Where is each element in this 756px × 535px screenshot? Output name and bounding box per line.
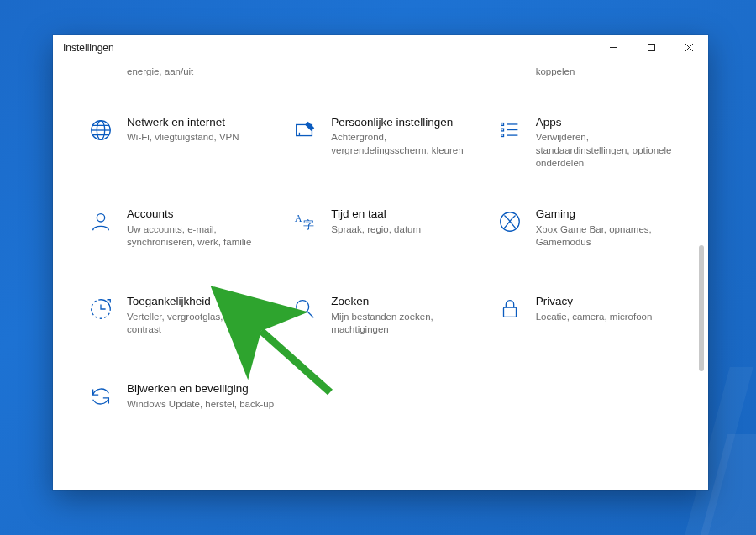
tile-accounts[interactable]: Accounts Uw accounts, e-mail, synchronis… — [87, 207, 276, 258]
tile-desc: Mijn bestanden zoeken, machtigingen — [331, 311, 480, 337]
lock-icon — [496, 295, 524, 323]
svg-rect-1 — [648, 45, 655, 51]
scrollbar-thumb[interactable] — [699, 245, 704, 371]
tile-desc: Spraak, regio, datum — [331, 223, 421, 237]
tile-desc: Achtergrond, vergrendelingsscherm, kleur… — [331, 131, 480, 157]
tile-title: Apps — [536, 116, 685, 130]
paintbrush-icon — [291, 116, 319, 144]
svg-point-21 — [297, 301, 309, 313]
scrollbar-track[interactable] — [700, 69, 706, 482]
tile-network[interactable]: Netwerk en internet Wi-Fi, vliegtuigstan… — [87, 116, 276, 170]
close-button[interactable] — [670, 35, 708, 60]
tile-time-language[interactable]: A字 Tijd en taal Spraak, regio, datum — [291, 207, 480, 258]
language-icon: A字 — [291, 207, 319, 236]
sync-icon — [87, 382, 115, 411]
svg-text:A: A — [295, 212, 302, 224]
tile-title: Tijd en taal — [331, 207, 421, 222]
desktop-background: Instellingen energie, aan/uit koppelen — [0, 0, 756, 535]
tile-desc: Xbox Game Bar, opnames, Gamemodus — [536, 223, 685, 249]
svg-line-22 — [307, 312, 314, 318]
tile-desc: Verwijderen, standaardinstellingen, opti… — [536, 131, 685, 170]
tile-title: Netwerk en internet — [127, 116, 239, 130]
tile-search[interactable]: Zoeken Mijn bestanden zoeken, machtiging… — [291, 295, 480, 345]
svg-text:字: 字 — [303, 218, 314, 231]
tile-title: Privacy — [536, 295, 653, 309]
tile-desc: Wi-Fi, vliegtuigstand, VPN — [127, 131, 239, 144]
tile-desc: Windows Update, herstel, back-up — [127, 398, 274, 412]
tile-desc: Uw accounts, e-mail, synchroniseren, wer… — [127, 223, 276, 249]
svg-rect-11 — [501, 123, 503, 125]
settings-content: energie, aan/uit koppelen Netwerk en int… — [53, 60, 708, 490]
tile-update-security[interactable]: Bijwerken en beveiliging Windows Update,… — [87, 382, 276, 433]
window-title: Instellingen — [53, 42, 595, 54]
apps-list-icon — [496, 116, 524, 144]
search-icon — [291, 295, 319, 323]
tile-title: Zoeken — [331, 295, 480, 309]
tile-gaming[interactable]: Gaming Xbox Game Bar, opnames, Gamemodus — [496, 207, 685, 258]
tile-title: Gaming — [536, 207, 685, 222]
person-icon — [87, 207, 115, 236]
tile-privacy[interactable]: Privacy Locatie, camera, microfoon — [496, 295, 685, 345]
tile-apps[interactable]: Apps Verwijderen, standaardinstellingen,… — [496, 116, 685, 170]
minimize-button[interactable] — [595, 35, 633, 60]
svg-rect-23 — [503, 307, 516, 317]
svg-rect-13 — [501, 129, 503, 131]
tile-desc: Locatie, camera, microfoon — [536, 311, 653, 324]
tile-title: Toegankelijkheid — [127, 295, 276, 309]
partial-system-desc: energie, aan/uit — [87, 66, 276, 79]
tile-personalization[interactable]: Persoonlijke instellingen Achtergrond, v… — [291, 116, 480, 170]
settings-window: Instellingen energie, aan/uit koppelen — [53, 35, 708, 490]
ease-of-access-icon — [87, 295, 115, 323]
maximize-button[interactable] — [633, 35, 670, 60]
xbox-icon — [496, 207, 524, 236]
window-titlebar: Instellingen — [53, 35, 708, 60]
partial-row: energie, aan/uit koppelen — [87, 66, 685, 79]
svg-rect-15 — [501, 134, 503, 136]
tile-title: Bijwerken en beveiliging — [127, 382, 274, 396]
partial-phone-desc: koppelen — [496, 66, 685, 79]
tile-title: Accounts — [127, 207, 276, 222]
tile-ease-of-access[interactable]: Toegankelijkheid Verteller, vergrootglas… — [87, 295, 276, 345]
tile-title: Persoonlijke instellingen — [331, 116, 480, 130]
svg-point-17 — [97, 214, 104, 222]
tile-desc: Verteller, vergrootglas, hoog contrast — [127, 311, 276, 337]
globe-icon — [87, 116, 115, 144]
